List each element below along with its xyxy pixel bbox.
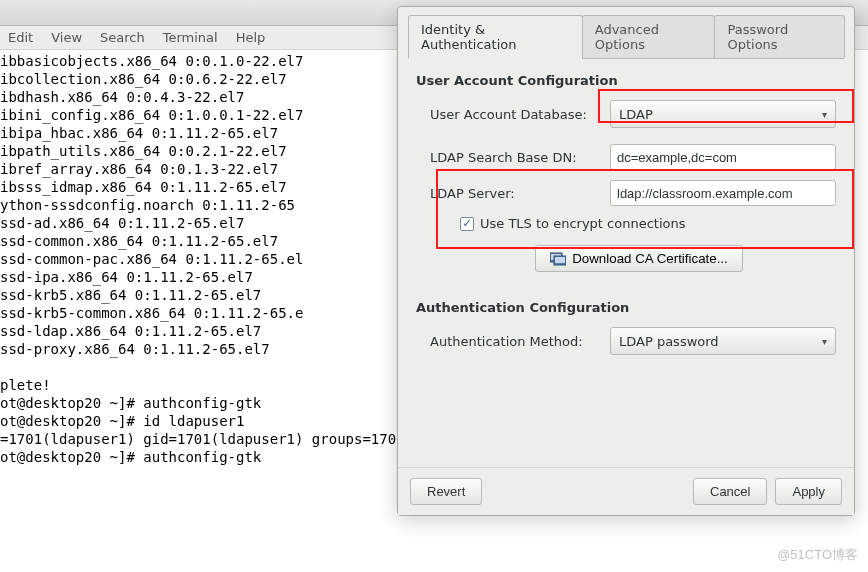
menu-search[interactable]: Search <box>100 30 145 45</box>
svg-rect-3 <box>555 257 565 263</box>
auth-method-combo[interactable]: LDAP password ▾ <box>610 327 836 355</box>
apply-button[interactable]: Apply <box>775 478 842 505</box>
db-label: User Account Database: <box>430 107 610 122</box>
search-base-label: LDAP Search Base DN: <box>430 150 610 165</box>
user-account-database-combo[interactable]: LDAP ▾ <box>610 100 836 128</box>
ldap-search-base-input[interactable] <box>610 144 836 170</box>
tab-password[interactable]: Password Options <box>714 15 845 58</box>
revert-button[interactable]: Revert <box>410 478 482 505</box>
download-ca-button[interactable]: Download CA Certificate... <box>535 245 743 272</box>
chevron-down-icon: ▾ <box>822 109 827 120</box>
cancel-button[interactable]: Cancel <box>693 478 767 505</box>
menu-edit[interactable]: Edit <box>8 30 33 45</box>
authconfig-dialog: Identity & Authentication Advanced Optio… <box>397 6 855 516</box>
ldap-server-input[interactable] <box>610 180 836 206</box>
menu-view[interactable]: View <box>51 30 82 45</box>
tab-panel: User Account Configuration User Account … <box>408 58 844 463</box>
ldap-server-label: LDAP Server: <box>430 186 610 201</box>
user-account-heading: User Account Configuration <box>416 73 836 88</box>
menu-help[interactable]: Help <box>236 30 266 45</box>
menu-terminal[interactable]: Terminal <box>163 30 218 45</box>
download-ca-label: Download CA Certificate... <box>572 251 728 266</box>
watermark: @51CTO博客 <box>777 546 858 564</box>
tab-identity[interactable]: Identity & Authentication <box>408 15 583 59</box>
auth-method-label: Authentication Method: <box>430 334 610 349</box>
auth-method-value: LDAP password <box>619 334 719 349</box>
tls-label: Use TLS to encrypt connections <box>480 216 685 231</box>
tab-advanced[interactable]: Advanced Options <box>582 15 716 58</box>
dialog-tabs: Identity & Authentication Advanced Optio… <box>398 7 854 58</box>
db-value: LDAP <box>619 107 653 122</box>
chevron-down-icon: ▾ <box>822 336 827 347</box>
monitor-icon <box>550 252 566 266</box>
auth-heading: Authentication Configuration <box>416 300 836 315</box>
dialog-footer: Revert Cancel Apply <box>398 467 854 515</box>
tls-checkbox[interactable] <box>460 217 474 231</box>
